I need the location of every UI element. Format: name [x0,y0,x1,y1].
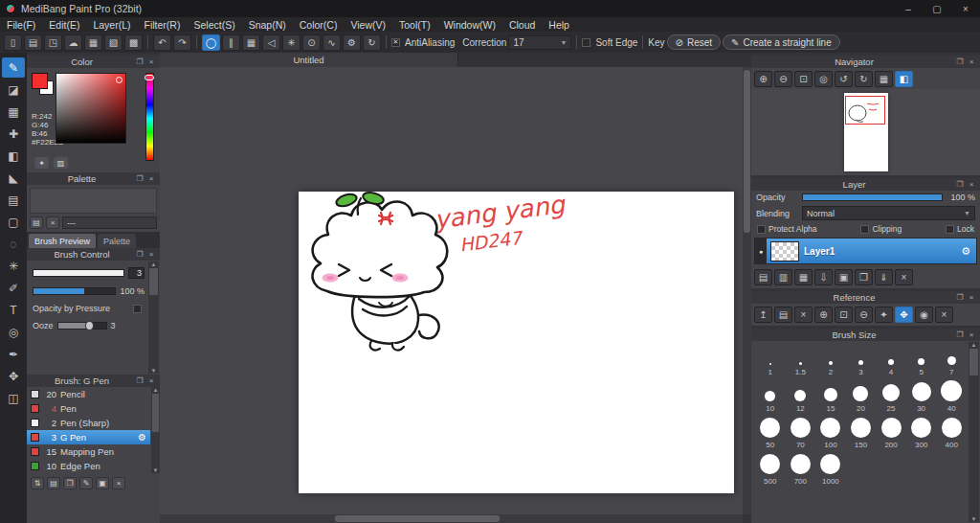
brush-size-slider[interactable] [33,269,124,277]
palette-swatch-area[interactable] [30,188,157,214]
brush-size-option[interactable]: 40 [936,381,967,413]
brush-size-option[interactable]: 300 [906,418,937,449]
document-tab[interactable]: Untitled [160,53,458,67]
layer-row[interactable]: Layer1 ⚙ [767,239,976,263]
snap-parallel-icon[interactable]: ∥ [222,34,240,51]
snap-rotate-icon[interactable]: ↻ [363,34,381,51]
brush-item-pencil[interactable]: 20 Pencil [27,387,150,401]
bucket-tool[interactable]: ◣ [2,168,25,188]
ooze-slider[interactable] [57,322,107,330]
menu-filter[interactable]: Filter(R) [138,17,188,32]
close-icon[interactable]: × [966,330,977,339]
transfer-layer-icon[interactable]: ⇩ [814,269,833,285]
protect-alpha-option[interactable]: Protect Alpha [757,224,817,234]
add-brush-icon[interactable]: ▤ [47,477,60,489]
add-palette-icon[interactable]: ▤ [30,216,43,229]
new-folder-layer-icon[interactable]: ▥ [774,269,792,285]
menu-cloud[interactable]: Cloud [502,17,542,32]
scroll-down-icon[interactable]: ▼ [971,516,977,522]
brush-item-edge-pen[interactable]: 10 Edge Pen [27,459,150,473]
layout-icon[interactable]: ▩ [124,34,143,51]
close-icon[interactable]: × [145,250,157,259]
canvas-viewport[interactable]: yang yang HD247 [160,67,743,514]
foreground-color-swatch[interactable] [32,73,48,89]
hand-tool-icon[interactable]: ✥ [895,307,913,323]
popout-icon[interactable]: ❐ [954,330,966,339]
drawing-canvas[interactable]: yang yang HD247 [299,192,734,493]
new-layer-icon[interactable]: ▤ [754,269,772,285]
brush-settings-icon[interactable]: ⚙ [138,432,148,443]
popout-icon[interactable]: ❐ [954,180,966,189]
brush-control-scrollbar[interactable]: ▲ ▼ [148,262,159,374]
scroll-down-icon[interactable]: ▼ [153,467,159,473]
dot-tool[interactable]: ▦ [2,102,25,122]
snap-grid-icon[interactable]: ▦ [242,34,260,51]
close-button[interactable]: × [951,0,980,17]
antialiasing-checkbox[interactable]: ✕ [391,38,400,47]
clear-icon[interactable]: × [794,307,813,323]
scroll-up-icon[interactable]: ▲ [151,262,157,267]
toggle-visibility-icon[interactable]: ◉ [915,307,933,323]
canvas-horizontal-scrollbar[interactable] [160,514,743,523]
open-folder-icon[interactable]: ▤ [774,307,792,323]
menu-select[interactable]: Select(S) [187,17,241,32]
brush-size-option[interactable]: 12 [786,381,816,413]
brush-size-option[interactable]: 15 [815,381,846,413]
menu-tool[interactable]: Tool(T) [392,17,437,32]
rotate-ccw-icon[interactable]: ↺ [835,71,853,87]
scroll-thumb[interactable] [335,515,500,522]
sort-brushes-icon[interactable]: ⇅ [31,477,44,489]
close-icon[interactable]: × [145,174,157,183]
maximize-button[interactable]: ▢ [923,0,951,17]
convert-layer-icon[interactable]: ▦ [794,269,813,285]
zoom-out-icon[interactable]: ⊖ [855,307,873,323]
fit-view-icon[interactable]: ⊡ [835,307,853,323]
popout-icon[interactable]: ❐ [134,250,145,259]
zoom-in-icon[interactable]: ⊕ [814,307,833,323]
lock-option[interactable]: Lock [946,224,974,234]
menu-file[interactable]: File(F) [0,17,42,32]
menu-view[interactable]: View(V) [344,17,392,32]
delete-layer-icon[interactable]: × [895,269,913,285]
lock-checkbox[interactable] [946,225,954,234]
popout-icon[interactable]: ❐ [134,174,145,183]
clipping-checkbox[interactable] [860,225,869,234]
fit-canvas-icon[interactable]: ⊡ [794,71,813,87]
brush-size-option[interactable]: 1 [755,345,786,376]
navigator-viewport-rect[interactable] [845,96,885,125]
zoom-tool[interactable]: ◎ [2,322,25,342]
brush-size-option[interactable]: 150 [846,418,877,449]
straight-line-button[interactable]: ✎ Create a straight line [723,34,840,50]
lasso-tool[interactable]: ◌ [2,234,25,254]
brush-item-pen[interactable]: 4 Pen [27,401,150,416]
brush-size-option[interactable]: 30 [906,381,937,413]
brush-size-option[interactable]: 10 [755,381,786,413]
brush-tool[interactable]: ✎ [2,57,25,78]
soft-edge-checkbox[interactable] [582,38,590,47]
tab-brush-preview[interactable]: Brush Preview [29,234,96,248]
close-icon[interactable]: × [966,180,977,189]
layer-visibility-toggle[interactable]: ● [755,239,767,263]
protect-alpha-checkbox[interactable] [757,225,766,234]
scroll-thumb[interactable] [969,349,978,375]
duplicate-brush-icon[interactable]: ❐ [63,477,77,489]
brush-item-pen-sharp[interactable]: 2 Pen (Sharp) [27,416,150,430]
rotate-cw-icon[interactable]: ↻ [855,71,873,87]
brush-size-option[interactable]: 2 [815,345,846,376]
brush-size-option[interactable]: 3 [846,345,877,376]
blending-dropdown[interactable]: Normal ▼ [802,206,975,220]
select-pen-tool[interactable]: ✐ [2,278,25,298]
undo-icon[interactable]: ↶ [153,34,171,51]
tab-palette[interactable]: Palette [98,234,136,248]
brush-size-option[interactable]: 1000 [815,454,846,486]
menu-window[interactable]: Window(W) [437,17,502,32]
new-canvas-icon[interactable]: ▯ [4,34,22,51]
brush-size-option[interactable]: 700 [786,454,816,486]
pressure-checkbox[interactable] [133,305,142,313]
close-icon[interactable]: × [966,293,977,302]
actual-pixels-icon[interactable]: ◎ [814,71,833,87]
brush-item-g-pen[interactable]: 3 G Pen ⚙ [27,430,150,444]
palette-set-selector[interactable]: --- [62,216,157,229]
transparency-icon[interactable]: ▨ [54,157,68,169]
zoom-out-icon[interactable]: ⊖ [774,71,792,87]
